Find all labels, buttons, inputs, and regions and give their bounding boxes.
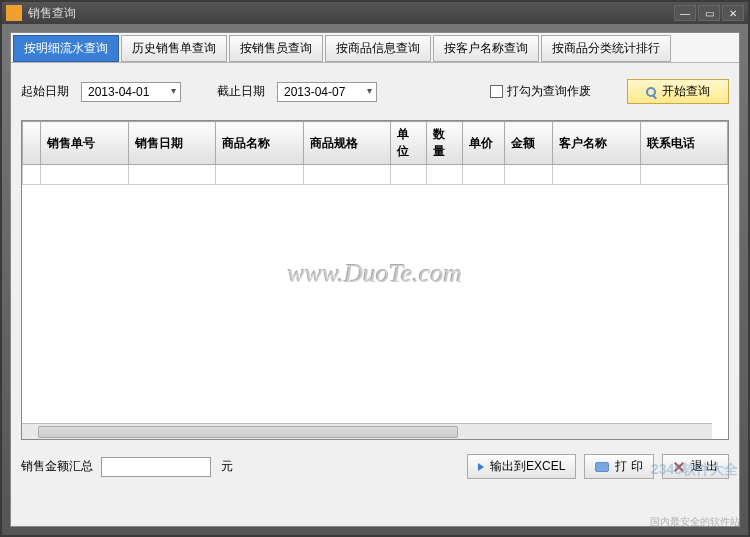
sum-input[interactable] <box>101 457 211 477</box>
brand-tagline-watermark: 国内最安全的软件站 <box>650 515 740 529</box>
titlebar: 销售查询 — ▭ ✕ <box>2 2 748 24</box>
start-date-input[interactable]: 2013-04-01 <box>81 82 181 102</box>
query-button[interactable]: 开始查询 <box>627 79 729 104</box>
start-date-label: 起始日期 <box>21 83 69 100</box>
void-checkbox-wrap: 打勾为查询作废 <box>490 83 591 100</box>
void-checkbox-label: 打勾为查询作废 <box>507 83 591 100</box>
maximize-button[interactable]: ▭ <box>698 5 720 21</box>
tab-by-customer-name[interactable]: 按客户名称查询 <box>433 35 539 62</box>
export-icon <box>478 463 484 471</box>
minimize-button[interactable]: — <box>674 5 696 21</box>
main-panel: 按明细流水查询 历史销售单查询 按销售员查询 按商品信息查询 按客户名称查询 按… <box>10 32 740 527</box>
row-header-corner <box>23 122 41 165</box>
col-price[interactable]: 单价 <box>463 122 505 165</box>
tab-by-category-rank[interactable]: 按商品分类统计排行 <box>541 35 671 62</box>
query-button-label: 开始查询 <box>662 83 710 100</box>
close-button[interactable]: ✕ <box>722 5 744 21</box>
export-excel-button[interactable]: 输出到EXCEL <box>467 454 576 479</box>
watermark-text: www.DuoTe.com <box>288 259 463 289</box>
col-order-no[interactable]: 销售单号 <box>41 122 129 165</box>
col-amount[interactable]: 金额 <box>505 122 553 165</box>
search-icon <box>646 87 656 97</box>
results-table: 销售单号 销售日期 商品名称 商品规格 单位 数量 单价 金额 客户名称 联系电… <box>22 121 728 185</box>
horizontal-scrollbar[interactable] <box>22 423 712 439</box>
sum-label: 销售金额汇总 <box>21 458 93 475</box>
brand-logo-watermark: 2345软件大全 <box>651 461 738 479</box>
sum-unit: 元 <box>221 458 233 475</box>
window-title: 销售查询 <box>28 5 674 22</box>
table-row[interactable] <box>23 165 728 185</box>
footer-row: 销售金额汇总 元 输出到EXCEL 打 印 退 出 <box>11 440 739 493</box>
filter-row: 起始日期 2013-04-01 截止日期 2013-04-07 打勾为查询作废 … <box>11 63 739 120</box>
col-phone[interactable]: 联系电话 <box>640 122 728 165</box>
app-window: 销售查询 — ▭ ✕ 按明细流水查询 历史销售单查询 按销售员查询 按商品信息查… <box>0 0 750 537</box>
printer-icon <box>595 462 609 472</box>
tab-by-product-info[interactable]: 按商品信息查询 <box>325 35 431 62</box>
col-sale-date[interactable]: 销售日期 <box>128 122 216 165</box>
col-product-spec[interactable]: 商品规格 <box>303 122 391 165</box>
col-product-name[interactable]: 商品名称 <box>216 122 304 165</box>
results-table-wrap: 销售单号 销售日期 商品名称 商品规格 单位 数量 单价 金额 客户名称 联系电… <box>21 120 729 440</box>
scrollbar-thumb[interactable] <box>38 426 458 438</box>
tab-detail-flow[interactable]: 按明细流水查询 <box>13 35 119 62</box>
print-button[interactable]: 打 印 <box>584 454 653 479</box>
tab-history-order[interactable]: 历史销售单查询 <box>121 35 227 62</box>
print-button-label: 打 印 <box>615 458 642 475</box>
col-unit[interactable]: 单位 <box>391 122 427 165</box>
void-checkbox[interactable] <box>490 85 503 98</box>
col-customer[interactable]: 客户名称 <box>553 122 641 165</box>
content-area: 按明细流水查询 历史销售单查询 按销售员查询 按商品信息查询 按客户名称查询 按… <box>2 24 748 535</box>
tab-by-salesperson[interactable]: 按销售员查询 <box>229 35 323 62</box>
app-icon <box>6 5 22 21</box>
end-date-input[interactable]: 2013-04-07 <box>277 82 377 102</box>
tab-strip: 按明细流水查询 历史销售单查询 按销售员查询 按商品信息查询 按客户名称查询 按… <box>11 33 739 63</box>
col-qty[interactable]: 数量 <box>427 122 463 165</box>
export-button-label: 输出到EXCEL <box>490 458 565 475</box>
end-date-label: 截止日期 <box>217 83 265 100</box>
